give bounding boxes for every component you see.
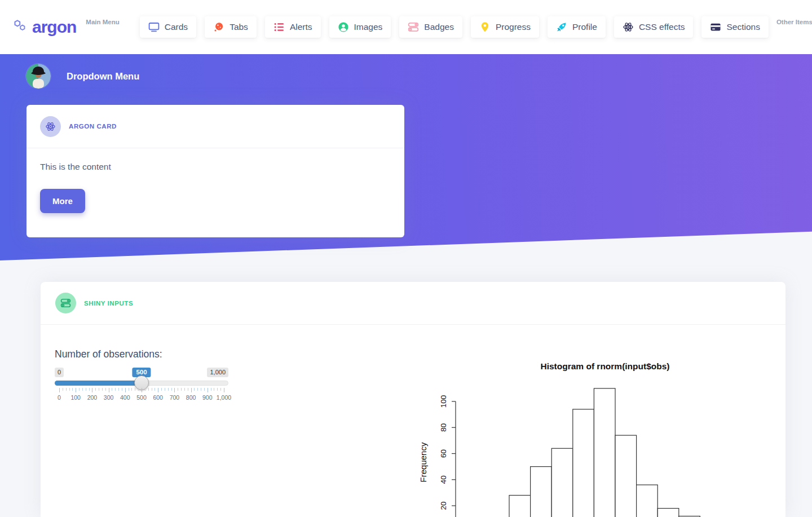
more-button[interactable]: More bbox=[40, 189, 85, 213]
nav-item-label: Progress bbox=[496, 22, 531, 32]
nav-item-images[interactable]: Images bbox=[329, 16, 391, 38]
svg-text:Histogram of rnorm(input$obs): Histogram of rnorm(input$obs) bbox=[540, 361, 669, 371]
rocket-icon bbox=[556, 21, 567, 33]
observations-slider[interactable]: 0 500 1,000 0100200300400500600700800900… bbox=[55, 368, 228, 403]
argon-card: ARGON CARD This is the content More bbox=[27, 105, 404, 237]
slider-tick-grid: 01002003004005006007008009001,000 bbox=[55, 388, 228, 403]
nav-item-label: Cards bbox=[165, 22, 188, 32]
bullet-list-icon bbox=[273, 21, 285, 33]
nav-item-tabs[interactable]: Tabs bbox=[205, 16, 257, 38]
top-navbar: argon Main Menu Cards Tabs Alerts Image bbox=[0, 0, 812, 54]
svg-text:Frequency: Frequency bbox=[418, 442, 428, 482]
shiny-card-header: SHINY INPUTS bbox=[41, 282, 785, 325]
nav-item-label: Badges bbox=[424, 22, 454, 32]
tv-icon bbox=[148, 21, 160, 33]
map-pin-icon bbox=[479, 21, 491, 33]
nav-item-cards[interactable]: Cards bbox=[140, 16, 196, 38]
svg-text:20: 20 bbox=[439, 501, 448, 510]
slider-fill bbox=[55, 381, 142, 386]
nav-item-label: CSS effects bbox=[639, 22, 685, 32]
planet-icon bbox=[213, 21, 224, 33]
argon-card-title: ARGON CARD bbox=[69, 123, 117, 130]
other-items-label: Other Items bbox=[776, 19, 812, 25]
slider-label: Number of observations: bbox=[55, 348, 228, 360]
argon-hexagons-icon bbox=[12, 19, 28, 36]
observations-slider-group: Number of observations: 0 500 1,000 0100… bbox=[55, 348, 228, 403]
atom-icon bbox=[623, 21, 634, 33]
argon-card-header: ARGON CARD bbox=[27, 105, 404, 148]
badges-icon bbox=[55, 293, 76, 313]
main-nav: Cards Tabs Alerts Images Badges bbox=[140, 16, 769, 38]
histogram-svg: Histogram of rnorm(input$obs)Frequency20… bbox=[417, 360, 812, 517]
slider-max-label: 1,000 bbox=[207, 368, 228, 377]
avatar[interactable] bbox=[26, 64, 51, 89]
nav-item-label: Tabs bbox=[230, 22, 248, 32]
svg-text:40: 40 bbox=[439, 475, 448, 484]
nav-item-css-effects[interactable]: CSS effects bbox=[614, 16, 694, 38]
nav-item-label: Sections bbox=[726, 22, 760, 32]
nav-item-label: Images bbox=[354, 22, 383, 32]
svg-text:60: 60 bbox=[439, 449, 448, 458]
nav-item-sections[interactable]: Sections bbox=[701, 16, 768, 38]
slider-min-label: 0 bbox=[55, 368, 64, 377]
argon-card-content: This is the content bbox=[40, 162, 391, 172]
nav-item-label: Profile bbox=[572, 22, 597, 32]
badges-icon bbox=[408, 21, 419, 33]
shiny-inputs-card: SHINY INPUTS Number of observations: 0 5… bbox=[41, 282, 785, 517]
brand-logo[interactable]: argon bbox=[12, 17, 76, 37]
atom-icon bbox=[40, 116, 61, 137]
brand-name: argon bbox=[32, 17, 76, 37]
user-circle-icon bbox=[338, 21, 349, 33]
nav-item-alerts[interactable]: Alerts bbox=[265, 16, 321, 38]
nav-item-badges[interactable]: Badges bbox=[399, 16, 462, 38]
credit-card-icon bbox=[710, 21, 721, 33]
shiny-card-title: SHINY INPUTS bbox=[84, 300, 133, 307]
nav-item-label: Alerts bbox=[290, 22, 312, 32]
svg-text:100: 100 bbox=[439, 395, 448, 408]
histogram-plot: Histogram of rnorm(input$obs)Frequency20… bbox=[417, 360, 812, 517]
hero-title: Dropdown Menu bbox=[67, 71, 139, 82]
svg-text:80: 80 bbox=[439, 423, 448, 432]
nav-item-progress[interactable]: Progress bbox=[471, 16, 539, 38]
nav-item-profile[interactable]: Profile bbox=[548, 16, 606, 38]
main-menu-label: Main Menu bbox=[86, 19, 119, 25]
